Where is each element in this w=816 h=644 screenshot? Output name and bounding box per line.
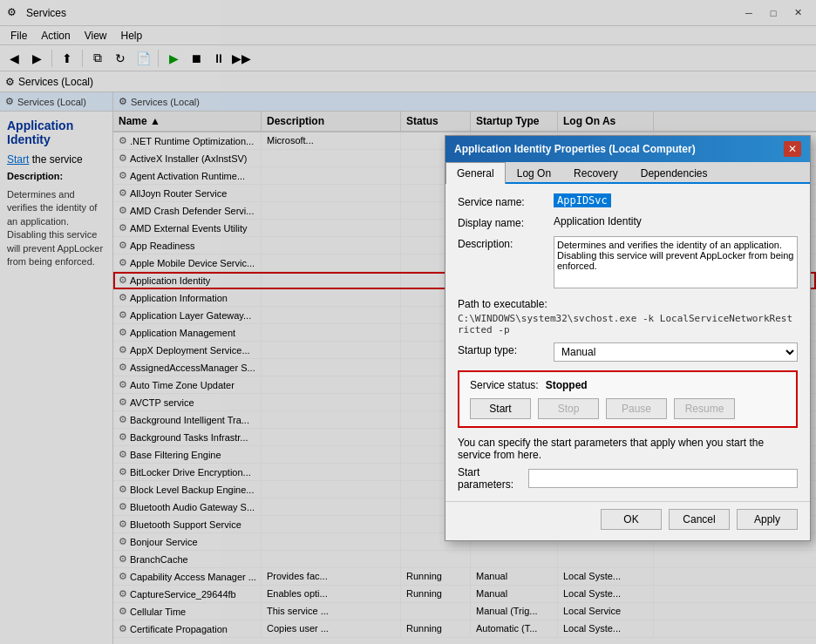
service-status-box: Service status: Stopped Start Stop Pause…: [458, 370, 798, 428]
startup-type-field: Automatic Automatic (Delayed Start) Manu…: [554, 342, 798, 362]
status-value: Stopped: [546, 379, 588, 391]
start-params-row: Start parameters:: [458, 466, 798, 491]
start-button[interactable]: Start: [470, 398, 531, 419]
start-params-input[interactable]: [528, 469, 798, 488]
start-params-section: You can specify the start parameters tha…: [458, 437, 798, 491]
display-name-value: Application Identity: [554, 215, 798, 227]
modal-overlay: Application Identity Properties (Local C…: [0, 0, 816, 644]
startup-type-select[interactable]: Automatic Automatic (Delayed Start) Manu…: [554, 342, 798, 362]
modal-tab-recovery[interactable]: Recovery: [562, 162, 629, 184]
service-name-label: Service name:: [458, 194, 554, 208]
modal-title-text: Application Identity Properties (Local C…: [454, 143, 696, 155]
cancel-button[interactable]: Cancel: [669, 509, 730, 530]
modal-tab-logon[interactable]: Log On: [506, 162, 562, 184]
stop-button[interactable]: Stop: [538, 398, 599, 419]
description-field: [554, 236, 798, 291]
start-params-field-label: Start parameters:: [458, 466, 521, 491]
display-name-label: Display name:: [458, 215, 554, 229]
path-value: C:\WINDOWS\system32\svchost.exe -k Local…: [458, 313, 798, 336]
path-section: Path to executable: C:\WINDOWS\system32\…: [458, 298, 798, 336]
ok-button[interactable]: OK: [601, 509, 662, 530]
modal-close-button[interactable]: ✕: [784, 141, 801, 157]
status-label: Service status:: [470, 379, 539, 391]
pause-button[interactable]: Pause: [606, 398, 667, 419]
modal-title-bar: Application Identity Properties (Local C…: [445, 136, 810, 162]
modal-tab-dependencies[interactable]: Dependencies: [629, 162, 719, 184]
startup-type-row: Startup type: Automatic Automatic (Delay…: [458, 342, 798, 362]
display-name-row: Display name: Application Identity: [458, 215, 798, 229]
apply-button[interactable]: Apply: [737, 509, 798, 530]
modal-tab-general[interactable]: General: [445, 162, 506, 184]
modal-footer: OK Cancel Apply: [445, 501, 810, 540]
start-params-label: You can specify the start parameters tha…: [458, 437, 798, 461]
description-textarea[interactable]: [554, 236, 798, 288]
modal-tabs: General Log On Recovery Dependencies: [445, 162, 810, 184]
path-label: Path to executable:: [458, 298, 798, 310]
service-name-row: Service name: AppIDSvc: [458, 194, 798, 208]
status-row: Service status: Stopped: [470, 379, 785, 391]
description-label: Description:: [458, 236, 554, 250]
properties-dialog: Application Identity Properties (Local C…: [445, 135, 811, 541]
service-action-buttons: Start Stop Pause Resume: [470, 398, 785, 419]
startup-type-label: Startup type:: [458, 342, 554, 356]
modal-content: Service name: AppIDSvc Display name: App…: [445, 184, 810, 501]
resume-button[interactable]: Resume: [674, 398, 735, 419]
service-name-highlight: AppIDSvc: [554, 193, 611, 207]
service-name-value: AppIDSvc: [554, 194, 798, 207]
description-row: Description:: [458, 236, 798, 291]
